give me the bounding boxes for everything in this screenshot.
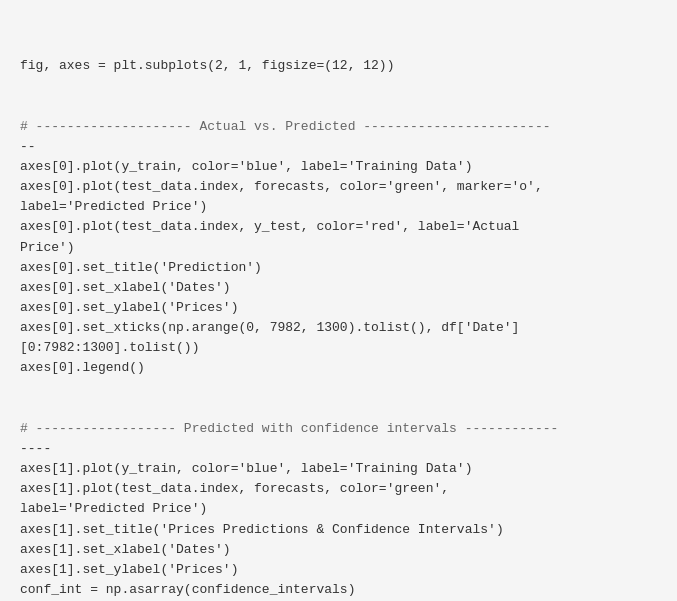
code-line: axes[0].set_ylabel('Prices') (20, 298, 657, 318)
code-line: fig, axes = plt.subplots(2, 1, figsize=(… (20, 56, 657, 76)
code-line: axes[1].plot(test_data.index, forecasts,… (20, 479, 657, 499)
code-line: label='Predicted Price') (20, 197, 657, 217)
code-line: axes[0].set_title('Prediction') (20, 258, 657, 278)
code-line: axes[1].set_ylabel('Prices') (20, 560, 657, 580)
code-line: axes[0].plot(test_data.index, forecasts,… (20, 177, 657, 197)
code-line: axes[1].set_xlabel('Dates') (20, 540, 657, 560)
code-line: -- (20, 137, 657, 157)
code-line: axes[1].set_title('Prices Predictions & … (20, 520, 657, 540)
code-content: fig, axes = plt.subplots(2, 1, figsize=(… (20, 56, 657, 601)
code-line: label='Predicted Price') (20, 499, 657, 519)
code-line: # -------------------- Actual vs. Predic… (20, 117, 657, 137)
code-line: # ------------------ Predicted with conf… (20, 419, 657, 439)
code-line (20, 76, 657, 96)
code-line: Price') (20, 238, 657, 258)
code-line (20, 97, 657, 117)
code-line: axes[1].plot(y_train, color='blue', labe… (20, 459, 657, 479)
code-line: axes[0].set_xlabel('Dates') (20, 278, 657, 298)
code-line: conf_int = np.asarray(confidence_interva… (20, 580, 657, 600)
code-line (20, 379, 657, 399)
code-line: axes[0].plot(y_train, color='blue', labe… (20, 157, 657, 177)
code-line: axes[0].legend() (20, 358, 657, 378)
code-editor: fig, axes = plt.subplots(2, 1, figsize=(… (0, 0, 677, 601)
code-line: [0:7982:1300].tolist()) (20, 338, 657, 358)
code-line: axes[0].plot(test_data.index, y_test, co… (20, 217, 657, 237)
code-line (20, 399, 657, 419)
code-line: axes[0].set_xticks(np.arange(0, 7982, 13… (20, 318, 657, 338)
code-line: ---- (20, 439, 657, 459)
